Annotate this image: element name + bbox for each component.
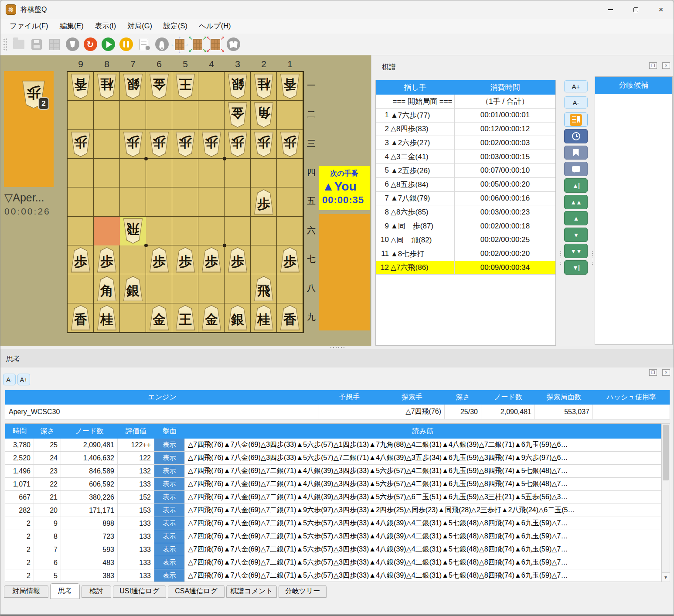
board-cell[interactable] <box>120 187 146 216</box>
tab-棋譜コメント[interactable]: 棋譜コメント <box>226 585 277 598</box>
board-cell[interactable] <box>172 187 198 216</box>
board-cell[interactable] <box>225 217 251 245</box>
gote-piece-81[interactable]: 桂 <box>96 74 117 99</box>
sente-piece-88[interactable]: 角 <box>96 276 117 301</box>
sente-piece-25[interactable]: 歩 <box>253 189 274 214</box>
tab-対局情報[interactable]: 対局情報 <box>4 585 48 598</box>
gote-piece-32[interactable]: 金 <box>227 102 248 128</box>
board-cell[interactable] <box>146 159 172 187</box>
sente-hand-panel[interactable] <box>319 214 370 330</box>
sente-piece-28[interactable]: 飛 <box>253 276 274 301</box>
shogi-board[interactable]: 香桂銀金王銀桂香金角歩歩歩歩歩歩歩歩飛歩歩歩歩歩歩歩歩角銀飛香桂金王金銀桂香 <box>67 71 304 333</box>
menu-item-file[interactable]: ファイル(F) <box>4 21 54 31</box>
start-icon[interactable] <box>100 37 116 52</box>
show-board-button[interactable]: 表示 <box>154 491 184 504</box>
show-board-button[interactable]: 表示 <box>154 543 184 556</box>
nav-back10-button[interactable]: ▲▲ <box>564 195 588 209</box>
sente-piece-97[interactable]: 歩 <box>70 247 91 272</box>
menu-item-settings[interactable]: 設定(S) <box>158 21 193 31</box>
board-cell[interactable] <box>225 274 251 303</box>
board-fullscreen-icon[interactable]: ↖↗↘↙ <box>208 37 223 52</box>
board-cell[interactable] <box>68 217 94 245</box>
log-clock-icon[interactable] <box>136 37 152 52</box>
board-cell[interactable] <box>120 159 146 187</box>
sente-piece-78[interactable]: 銀 <box>123 276 143 301</box>
toolbar-grip[interactable] <box>3 38 7 51</box>
board-cell[interactable] <box>277 159 303 187</box>
restart-icon[interactable]: ↻ <box>82 37 98 52</box>
board-cell[interactable] <box>225 187 251 216</box>
thinking-close-icon[interactable]: × <box>662 369 670 376</box>
kifu-row[interactable]: 11▲8七歩打00:02/00:00:20 <box>376 247 555 261</box>
board-cell[interactable] <box>251 217 277 245</box>
board-cell[interactable] <box>198 159 225 187</box>
tab-検討[interactable]: 検討 <box>82 585 111 598</box>
board-cell[interactable] <box>277 217 303 245</box>
menu-item-game[interactable]: 対局(G) <box>122 21 158 31</box>
gote-piece-51[interactable]: 王 <box>175 74 196 99</box>
board-cell[interactable] <box>198 187 225 216</box>
sente-piece-37[interactable]: 歩 <box>227 247 248 272</box>
show-board-button[interactable]: 表示 <box>154 569 184 582</box>
gote-piece-31[interactable]: 銀 <box>227 74 248 99</box>
gote-piece-71[interactable]: 銀 <box>123 74 143 99</box>
sente-piece-69[interactable]: 金 <box>149 305 170 330</box>
save-kifu-icon[interactable] <box>29 37 44 52</box>
horizontal-splitter[interactable] <box>0 346 674 349</box>
board-cell[interactable] <box>68 187 94 216</box>
gote-piece-23[interactable]: 歩 <box>253 132 274 157</box>
analysis-icon[interactable] <box>154 37 170 52</box>
gote-piece-63[interactable]: 歩 <box>149 132 170 157</box>
sente-piece-89[interactable]: 桂 <box>96 305 117 330</box>
thinking-float-icon[interactable]: ❐ <box>649 369 657 376</box>
board-cell[interactable] <box>68 101 94 129</box>
show-board-button[interactable]: 表示 <box>154 504 184 517</box>
board-cell[interactable] <box>172 217 198 245</box>
board-cell[interactable] <box>198 72 225 101</box>
board-cell[interactable] <box>277 101 303 129</box>
board-size-icon[interactable]: ↑↓←→ <box>172 37 187 52</box>
kifu-row[interactable]: 3▲2六歩(27)00:02/00:00:03 <box>376 136 555 150</box>
comment-button[interactable] <box>564 162 588 176</box>
sente-piece-67[interactable]: 歩 <box>149 247 170 272</box>
sente-piece-17[interactable]: 歩 <box>279 247 300 272</box>
kifu-row[interactable]: 10△同 飛(82)00:02/00:00:25 <box>376 233 555 247</box>
gote-piece-11[interactable]: 香 <box>279 74 300 99</box>
kifu-row[interactable]: 1▲7六歩(77)00:01/00:00:01 <box>376 109 555 123</box>
board-cell[interactable] <box>94 159 120 187</box>
board-cell[interactable] <box>120 101 146 129</box>
nav-last-button[interactable]: ▼| <box>564 260 588 275</box>
board-cell[interactable] <box>198 101 225 129</box>
gote-piece-73[interactable]: 歩 <box>123 132 143 157</box>
board-expand-icon[interactable]: ↖↗↘↙ <box>190 37 205 52</box>
gote-hand-panel[interactable]: 歩2 <box>4 71 54 187</box>
sente-piece-29[interactable]: 桂 <box>253 305 274 330</box>
font-increase-button[interactable]: A+ <box>17 374 30 385</box>
board-cell[interactable] <box>146 101 172 129</box>
pieces-icon[interactable] <box>225 37 241 52</box>
board-edit-icon[interactable] <box>47 37 62 52</box>
board-cell[interactable] <box>251 159 277 187</box>
sente-piece-19[interactable]: 香 <box>279 305 300 330</box>
kifu-row[interactable]: 9▲同 歩(87)00:02/00:00:18 <box>376 219 555 233</box>
board-cell[interactable] <box>198 217 225 245</box>
board-cell[interactable] <box>120 245 146 274</box>
show-board-button[interactable]: 表示 <box>154 439 184 451</box>
board-cell[interactable] <box>146 274 172 303</box>
board-cell[interactable] <box>225 159 251 187</box>
tab-分岐ツリー[interactable]: 分岐ツリー <box>279 585 327 598</box>
scrollbar-thumb[interactable] <box>663 425 669 480</box>
board-cell[interactable] <box>172 101 198 129</box>
kifu-row[interactable]: 5▲2五歩(26)00:07/00:00:10 <box>376 164 555 178</box>
kifu-row[interactable]: 2△8四歩(83)00:12/00:00:12 <box>376 123 555 136</box>
gote-piece-91[interactable]: 香 <box>70 74 91 99</box>
show-board-button[interactable]: 表示 <box>154 517 184 530</box>
board-cell[interactable] <box>68 274 94 303</box>
splitter-grip[interactable] <box>591 250 594 265</box>
menu-item-view[interactable]: 表示(I) <box>89 21 122 31</box>
close-button[interactable]: × <box>648 0 674 19</box>
gote-piece-61[interactable]: 金 <box>149 74 170 99</box>
splitter-grip[interactable] <box>559 250 562 265</box>
time-display-button[interactable] <box>564 129 588 143</box>
nav-forward10-button[interactable]: ▼▼ <box>564 244 588 258</box>
